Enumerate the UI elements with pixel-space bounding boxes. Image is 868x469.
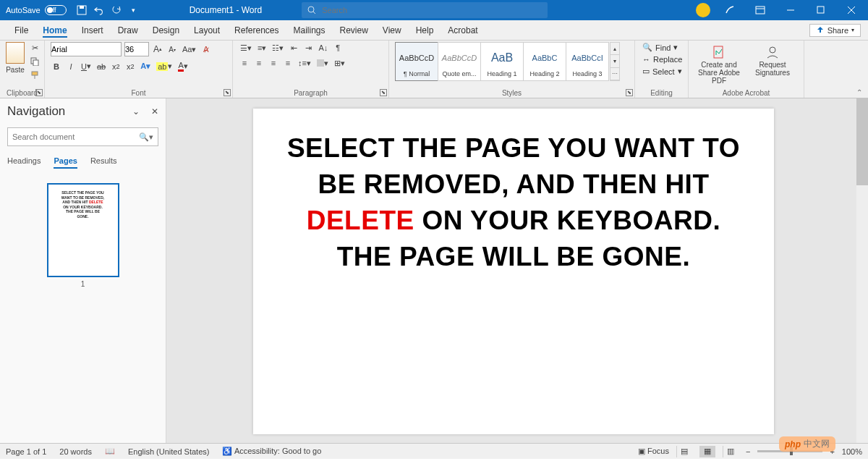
nav-tab-headings[interactable]: Headings [7, 156, 41, 169]
zoom-out-icon[interactable]: − [746, 447, 750, 456]
ribbon-display-icon[interactable] [749, 0, 771, 20]
cut-icon[interactable]: ✂ [29, 42, 41, 54]
qat-more-icon[interactable]: ▾ [129, 5, 139, 15]
undo-icon[interactable] [94, 5, 104, 15]
nav-tab-results[interactable]: Results [90, 156, 117, 169]
collapse-ribbon-icon[interactable]: ⌃ [856, 88, 862, 96]
bullets-icon[interactable]: ☰▾ [239, 42, 253, 54]
vertical-scrollbar[interactable] [856, 98, 868, 443]
find-button[interactable]: 🔍Find▾ [641, 42, 679, 53]
paste-button[interactable]: Paste [6, 66, 25, 74]
toggle-switch[interactable]: Off [45, 5, 67, 15]
underline-button[interactable]: U▾ [80, 61, 93, 72]
user-avatar[interactable] [696, 3, 710, 17]
share-button[interactable]: Share▾ [809, 24, 861, 37]
align-center-icon[interactable]: ≡ [253, 57, 265, 69]
paste-icon[interactable] [6, 42, 25, 64]
font-color-icon[interactable]: A▾ [176, 60, 189, 72]
decrease-indent-icon[interactable]: ⇤ [288, 42, 299, 54]
font-launcher-icon[interactable]: ⬊ [224, 89, 231, 96]
page-thumbnail[interactable]: SELECT THE PAGE YOU WANT TO BE REMOVED, … [47, 183, 119, 277]
word-count[interactable]: 20 words [59, 447, 92, 456]
create-pdf-button[interactable]: Create and Share Adobe PDF [694, 42, 744, 88]
nav-tab-pages[interactable]: Pages [54, 156, 77, 169]
sort-icon[interactable]: A↓ [317, 42, 329, 54]
tab-review[interactable]: Review [333, 20, 375, 40]
autosave-toggle[interactable]: AutoSave Off [6, 5, 67, 15]
bold-button[interactable]: B [51, 61, 62, 72]
page-indicator[interactable]: Page 1 of 1 [6, 447, 46, 456]
numbering-icon[interactable]: ≡▾ [256, 42, 268, 54]
italic-button[interactable]: I [65, 61, 77, 72]
style-quote[interactable]: AaBbCcDQuote em... [438, 42, 481, 81]
strikethrough-button[interactable]: ab [95, 61, 107, 72]
tab-layout[interactable]: Layout [187, 20, 227, 40]
tab-view[interactable]: View [375, 20, 409, 40]
justify-icon[interactable]: ≡ [282, 57, 294, 69]
search-input[interactable] [322, 6, 542, 14]
paragraph-launcher-icon[interactable]: ⬊ [380, 89, 387, 96]
tab-insert[interactable]: Insert [75, 20, 111, 40]
subscript-button[interactable]: x2 [110, 61, 122, 72]
align-left-icon[interactable]: ≡ [239, 57, 250, 69]
spellcheck-icon[interactable]: 📖 [105, 447, 115, 456]
focus-mode[interactable]: ▣ Focus [638, 447, 669, 456]
request-sign-button[interactable]: Request Signatures [748, 42, 797, 80]
tab-mailings[interactable]: Mailings [286, 20, 332, 40]
superscript-button[interactable]: x2 [124, 61, 136, 72]
text-effects-icon[interactable]: A▾ [139, 61, 152, 72]
shading-icon[interactable]: ▾ [315, 57, 330, 69]
clear-format-icon[interactable]: A̷ [200, 43, 212, 55]
minimize-icon[interactable] [780, 0, 801, 20]
zoom-level[interactable]: 100% [842, 447, 862, 456]
nav-search[interactable]: 🔍▾ [7, 127, 158, 146]
maximize-icon[interactable] [810, 0, 832, 20]
read-mode-icon[interactable]: ▤ [676, 446, 692, 457]
show-marks-icon[interactable]: ¶ [332, 42, 344, 54]
web-layout-icon[interactable]: ▥ [723, 446, 739, 457]
replace-button[interactable]: ↔Replace [641, 54, 684, 64]
highlight-icon[interactable]: ab▾ [155, 61, 174, 72]
align-right-icon[interactable]: ≡ [268, 57, 279, 69]
change-case-icon[interactable]: Aa▾ [181, 43, 197, 55]
tab-draw[interactable]: Draw [111, 20, 145, 40]
coming-soon-icon[interactable] [719, 0, 741, 20]
borders-icon[interactable]: ⊞▾ [333, 57, 346, 69]
nav-close-icon[interactable]: ✕ [151, 106, 158, 117]
tab-home[interactable]: Home [35, 20, 74, 40]
styles-launcher-icon[interactable]: ⬊ [626, 89, 633, 96]
nav-search-icon[interactable]: 🔍▾ [139, 132, 153, 142]
nav-collapse-icon[interactable]: ⌄ [132, 106, 140, 117]
nav-search-input[interactable] [12, 132, 139, 141]
tab-design[interactable]: Design [145, 20, 187, 40]
print-layout-icon[interactable]: ▦ [699, 446, 715, 457]
search-box[interactable] [302, 2, 548, 18]
style-h1[interactable]: AaBHeading 1 [480, 42, 524, 81]
select-button[interactable]: ▭Select▾ [641, 66, 684, 77]
tab-file[interactable]: File [7, 20, 35, 40]
shrink-font-icon[interactable]: A▾ [166, 43, 178, 55]
accessibility-indicator[interactable]: ♿ Accessibility: Good to go [222, 447, 321, 456]
style-h3[interactable]: AaBbCcIHeading 3 [566, 42, 609, 81]
document-page[interactable]: SELECT THE PAGE YOU WANT TO BE REMOVED, … [253, 109, 774, 434]
language-indicator[interactable]: English (United States) [128, 447, 210, 456]
style-normal[interactable]: AaBbCcD¶ Normal [395, 42, 438, 81]
tab-references[interactable]: References [227, 20, 286, 40]
style-h2[interactable]: AaBbCHeading 2 [523, 42, 566, 81]
multilevel-icon[interactable]: ☷▾ [271, 42, 285, 54]
close-icon[interactable] [841, 0, 862, 20]
font-size-combo[interactable] [124, 42, 149, 56]
tab-help[interactable]: Help [409, 20, 441, 40]
format-painter-icon[interactable] [29, 69, 41, 81]
font-name-combo[interactable] [51, 42, 122, 56]
clipboard-launcher-icon[interactable]: ⬊ [35, 89, 43, 96]
styles-gallery[interactable]: AaBbCcD¶ Normal AaBbCcDQuote em... AaBHe… [395, 42, 620, 81]
line-spacing-icon[interactable]: ↕≡▾ [297, 57, 312, 69]
styles-more[interactable]: ▴▾⋯ [610, 42, 620, 81]
scroll-thumb[interactable] [856, 98, 868, 185]
redo-icon[interactable] [111, 5, 122, 15]
save-icon[interactable] [77, 5, 87, 15]
tab-acrobat[interactable]: Acrobat [441, 20, 485, 40]
grow-font-icon[interactable]: A▴ [152, 43, 163, 55]
document-area[interactable]: SELECT THE PAGE YOU WANT TO BE REMOVED, … [166, 98, 868, 443]
